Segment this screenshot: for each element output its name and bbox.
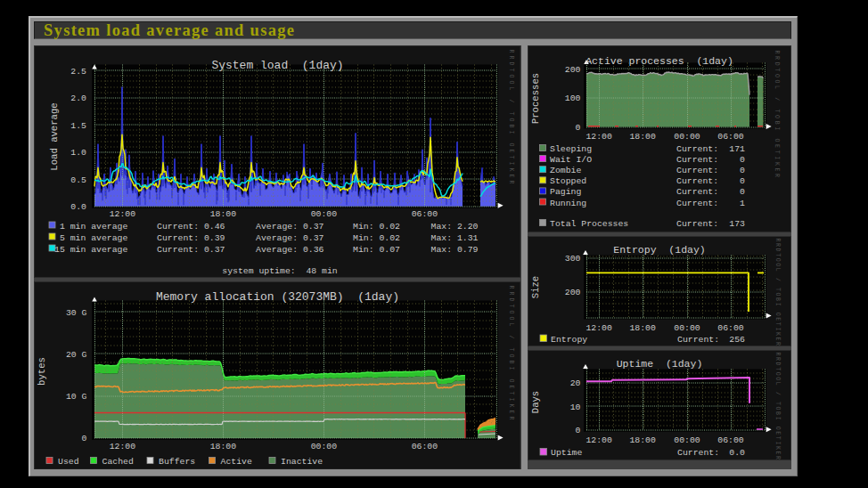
- svg-text:18:00: 18:00: [210, 442, 237, 451]
- svg-text:10 G: 10 G: [66, 392, 87, 402]
- svg-text:Days: Days: [530, 390, 541, 412]
- svg-text:Uptime (1day): Uptime (1day): [617, 358, 703, 370]
- svg-text:06:00: 06:00: [717, 323, 744, 333]
- svg-text:Current:: Current:: [677, 448, 719, 458]
- svg-text:Current: 0.37: Current: 0.37: [157, 244, 225, 254]
- svg-text:12:00: 12:00: [110, 208, 136, 218]
- svg-text:Current: 0.46: Current: 0.46: [157, 221, 225, 231]
- svg-text:0: 0: [740, 176, 745, 186]
- svg-text:5 min average: 5 min average: [54, 232, 127, 242]
- svg-text:Total Processes: Total Processes: [550, 219, 628, 229]
- svg-text:Memory allocation (32073MB) (: Memory allocation (32073MB) (1day): [156, 290, 399, 304]
- svg-text:0: 0: [82, 434, 87, 443]
- svg-text:Zombie: Zombie: [550, 166, 581, 175]
- svg-text:Uptime: Uptime: [551, 448, 582, 458]
- svg-text:Average: 0.37: Average: 0.37: [256, 221, 324, 231]
- svg-text:12:00: 12:00: [585, 131, 612, 141]
- svg-text:2.0: 2.0: [70, 94, 86, 103]
- svg-text:Current:: Current:: [676, 144, 718, 154]
- svg-text:Current:: Current:: [676, 155, 718, 165]
- svg-text:00:00: 00:00: [311, 442, 338, 451]
- svg-text:12:00: 12:00: [110, 442, 136, 451]
- svg-text:Running: Running: [550, 198, 586, 207]
- svg-text:18:00: 18:00: [629, 435, 656, 444]
- svg-text:256: 256: [729, 334, 745, 344]
- svg-text:Active processes (1day): Active processes (1day): [585, 55, 733, 67]
- svg-text:06:00: 06:00: [412, 442, 438, 451]
- svg-text:1.5: 1.5: [70, 120, 86, 130]
- svg-text:20 G: 20 G: [66, 349, 87, 359]
- svg-text:06:00: 06:00: [717, 435, 744, 444]
- svg-text:0.5: 0.5: [70, 175, 86, 184]
- svg-text:Current: 0.39: Current: 0.39: [157, 232, 225, 242]
- svg-text:20: 20: [570, 378, 581, 388]
- svg-text:0: 0: [740, 187, 745, 197]
- svg-text:Size: Size: [530, 275, 541, 297]
- svg-text:00:00: 00:00: [674, 131, 700, 141]
- svg-text:Entropy (1day): Entropy (1day): [613, 244, 706, 256]
- svg-text:Buffers: Buffers: [159, 456, 195, 466]
- svg-text:12:00: 12:00: [585, 323, 612, 333]
- svg-text:Active: Active: [221, 456, 252, 466]
- svg-text:Current:: Current:: [676, 176, 718, 186]
- svg-text:1.0: 1.0: [70, 148, 86, 158]
- svg-text:18:00: 18:00: [629, 323, 656, 333]
- svg-text:Max: 2.20: Max: 2.20: [431, 221, 479, 231]
- svg-text:1: 1: [740, 198, 745, 207]
- svg-text:171: 171: [729, 144, 745, 154]
- svg-text:00:00: 00:00: [311, 208, 338, 218]
- svg-text:Entropy: Entropy: [551, 334, 587, 344]
- svg-text:Average: 0.37: Average: 0.37: [256, 232, 324, 242]
- svg-text:RRDTOOL / TOBI OETIKER: RRDTOOL / TOBI OETIKER: [508, 49, 514, 186]
- svg-text:Processes: Processes: [530, 72, 541, 123]
- svg-text:Current:: Current:: [676, 166, 718, 175]
- svg-text:30 G: 30 G: [66, 307, 87, 317]
- svg-text:Min: 0.02: Min: 0.02: [353, 232, 400, 242]
- svg-text:RRDTOOL / TOBI OETIKER: RRDTOOL / TOBI OETIKER: [508, 285, 514, 422]
- svg-text:0: 0: [576, 122, 581, 132]
- svg-text:Cached: Cached: [102, 456, 134, 466]
- svg-text:Current:: Current:: [677, 334, 719, 344]
- svg-text:10: 10: [570, 402, 581, 411]
- svg-text:Current:: Current:: [676, 219, 718, 229]
- svg-text:12:00: 12:00: [585, 435, 612, 444]
- svg-text:Min: 0.02: Min: 0.02: [353, 221, 400, 231]
- svg-text:06:00: 06:00: [412, 208, 438, 218]
- svg-text:0.0: 0.0: [729, 448, 745, 458]
- svg-text:00:00: 00:00: [674, 435, 700, 444]
- svg-text:RRDTOOL / TOBI OETIKER: RRDTOOL / TOBI OETIKER: [774, 352, 781, 460]
- svg-text:Paging: Paging: [550, 187, 581, 197]
- svg-text:100: 100: [565, 94, 581, 103]
- svg-text:Used: Used: [58, 456, 79, 466]
- svg-text:200: 200: [565, 64, 581, 74]
- svg-text:300: 300: [565, 254, 581, 264]
- svg-text:15 min average: 15 min average: [54, 244, 127, 254]
- svg-text:Max: 1.31: Max: 1.31: [431, 232, 479, 242]
- svg-text:Stopped: Stopped: [550, 176, 586, 186]
- svg-text:0: 0: [740, 166, 745, 175]
- svg-text:system uptime: 48 min: system uptime: 48 min: [222, 266, 337, 276]
- svg-text:18:00: 18:00: [629, 131, 656, 141]
- svg-text:173: 173: [729, 219, 745, 229]
- svg-text:0: 0: [576, 426, 581, 435]
- svg-text:bytes: bytes: [37, 357, 47, 386]
- svg-text:Sleeping: Sleeping: [550, 144, 592, 154]
- svg-text:RRDTOOL / TOBI OETIKER: RRDTOOL / TOBI OETIKER: [774, 50, 780, 179]
- svg-text:Min: 0.07: Min: 0.07: [353, 244, 400, 254]
- svg-text:RRDTOOL / TOBI OETIKER: RRDTOOL / TOBI OETIKER: [774, 238, 781, 346]
- svg-text:00:00: 00:00: [674, 323, 700, 333]
- svg-text:0: 0: [740, 155, 745, 165]
- svg-text:Max: 0.79: Max: 0.79: [431, 244, 479, 254]
- svg-text:0.0: 0.0: [70, 202, 86, 212]
- svg-text:Load average: Load average: [49, 102, 60, 170]
- svg-text:Current:: Current:: [676, 198, 718, 207]
- svg-text:1 min average: 1 min average: [54, 221, 127, 231]
- svg-text:Current:: Current:: [676, 187, 718, 197]
- svg-text:Inactive: Inactive: [281, 456, 323, 466]
- svg-text:Wait I/O: Wait I/O: [550, 155, 592, 165]
- svg-text:200: 200: [565, 288, 581, 297]
- svg-text:System load (1day): System load (1day): [211, 58, 343, 71]
- svg-text:Average: 0.36: Average: 0.36: [256, 244, 324, 254]
- svg-text:18:00: 18:00: [210, 208, 237, 218]
- svg-text:06:00: 06:00: [717, 131, 744, 141]
